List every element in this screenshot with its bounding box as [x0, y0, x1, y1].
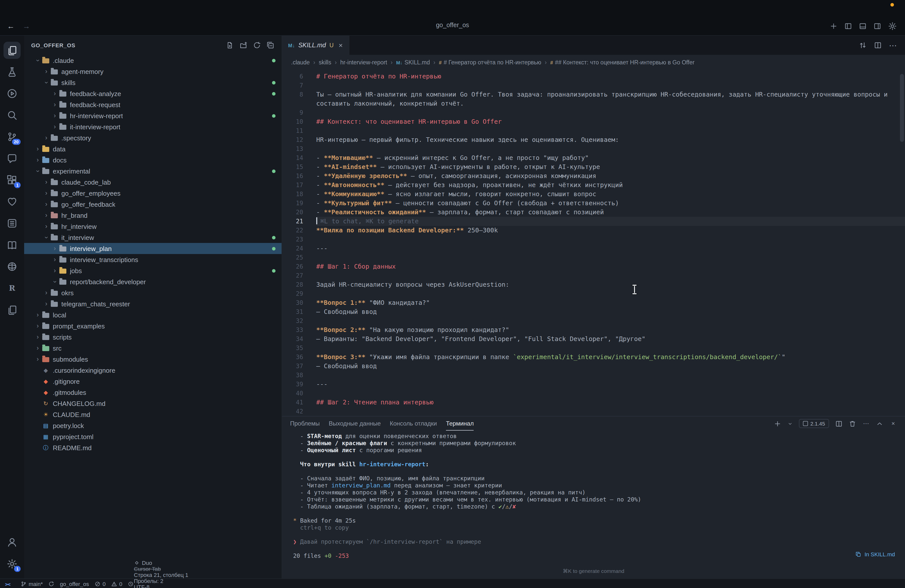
activity-item-search[interactable] — [3, 106, 21, 124]
scrollbar-thumb[interactable] — [900, 74, 904, 142]
tree-item[interactable]: ›scripts — [24, 332, 281, 343]
status-timeline[interactable] — [128, 581, 134, 587]
terminal-profile-caret-icon[interactable] — [788, 421, 793, 426]
status-indentation[interactable]: Пробелы: 2 — [134, 578, 189, 584]
tree-item[interactable]: ›hr_brand — [24, 210, 281, 221]
more-actions-icon[interactable]: ⋯ — [889, 41, 897, 49]
close-panel-icon[interactable]: × — [889, 420, 897, 427]
new-file-icon[interactable] — [226, 41, 234, 49]
new-folder-icon[interactable] — [239, 41, 248, 49]
breadcrumb-item[interactable]: ## Генератор отчёта по HR-интервью — [439, 59, 541, 65]
tree-item[interactable]: ›it_interview — [24, 232, 281, 243]
tree-item[interactable]: ›hr-interview-report — [24, 110, 281, 121]
panel-tab-Терминал[interactable]: Терминал — [446, 416, 474, 431]
activity-item-notebooks[interactable] — [3, 301, 21, 318]
activity-item-explorer[interactable] — [3, 42, 21, 59]
panel-more-icon[interactable]: ⋯ — [862, 420, 870, 427]
tree-item[interactable]: ›report/backend_developer — [24, 276, 281, 287]
status-cursor-tab[interactable]: Cursor Tab — [134, 566, 189, 572]
terminal-version-chip[interactable]: 2.1.45 — [799, 419, 829, 428]
maximize-panel-icon[interactable] — [876, 420, 883, 427]
tree-item[interactable]: ›src — [24, 343, 281, 354]
toggle-panel-icon[interactable] — [859, 22, 867, 30]
status-warnings[interactable]: 0 — [111, 581, 122, 587]
tree-item[interactable]: ›.specstory — [24, 132, 281, 143]
toggle-secondary-sidebar-icon[interactable] — [873, 22, 881, 30]
terminal[interactable]: - STAR-метод для оценки поведенческих от… — [282, 431, 905, 578]
status-errors[interactable]: 0 — [95, 581, 106, 587]
tree-item[interactable]: ›go_offer_feedback — [24, 199, 281, 210]
collapse-folders-icon[interactable] — [267, 41, 275, 49]
status-encoding[interactable]: UTF-8 — [134, 584, 189, 588]
kill-terminal-icon[interactable] — [849, 420, 856, 427]
tree-item[interactable]: ›it-interview-report — [24, 121, 281, 132]
tree-item[interactable]: ↻CHANGELOG.md — [24, 398, 281, 409]
activity-item-docs[interactable] — [3, 237, 21, 254]
tree-item[interactable]: ›feedback-request — [24, 99, 281, 110]
status-git-branch[interactable]: main* — [21, 581, 43, 587]
tree-item[interactable]: ›submodules — [24, 354, 281, 365]
tree-item[interactable]: ›data — [24, 143, 281, 154]
toggle-primary-sidebar-icon[interactable] — [844, 22, 852, 30]
tree-item[interactable]: ▦pyproject.toml — [24, 431, 281, 442]
activity-item-extensions[interactable]: 1 — [3, 172, 21, 189]
breadcrumb-item[interactable]: .claude — [291, 59, 310, 65]
activity-item-health[interactable] — [3, 193, 21, 210]
close-tab-icon[interactable]: × — [339, 41, 343, 49]
tree-item[interactable]: ›claude_code_lab — [24, 176, 281, 188]
activity-item-source-control[interactable]: 20 — [3, 128, 21, 145]
activity-item-settings[interactable]: 1 — [3, 555, 21, 572]
tree-item[interactable]: ›.claude — [24, 55, 281, 66]
tree-item[interactable]: ◆.cursorindexingignore — [24, 365, 281, 376]
status-remote-indicator[interactable]: >< — [0, 579, 15, 588]
status-workspace-name[interactable]: go_offer_os — [60, 581, 89, 587]
tree-item[interactable]: ◆.gitmodules — [24, 387, 281, 398]
terminal-context-pill[interactable]: In SKILL.md — [856, 551, 895, 557]
editor[interactable]: 6789101112131415161718192021222324252627… — [282, 70, 905, 416]
status-cursor-position[interactable]: Строка 21, столбец 1 — [134, 572, 189, 578]
activity-item-web[interactable] — [3, 258, 21, 275]
tree-item[interactable]: ›interview_plan — [24, 243, 281, 254]
tree-item[interactable]: ›jobs — [24, 265, 281, 276]
new-terminal-icon[interactable] — [774, 420, 781, 427]
split-terminal-icon[interactable] — [835, 420, 843, 427]
tree-item[interactable]: ›telegram_chats_reester — [24, 298, 281, 309]
open-changes-icon[interactable] — [859, 41, 867, 49]
breadcrumb-item[interactable]: skills — [319, 59, 331, 65]
tree-item[interactable]: ›okrs — [24, 287, 281, 298]
tree-item[interactable]: ›prompt_examples — [24, 320, 281, 332]
add-icon[interactable] — [830, 22, 838, 30]
tree-item[interactable]: ›hr_interview — [24, 221, 281, 232]
editor-scrollbar[interactable] — [899, 70, 905, 416]
split-editor-icon[interactable] — [874, 41, 882, 49]
activity-item-chat[interactable] — [3, 150, 21, 167]
breadcrumb-item[interactable]: hr-interview-report — [340, 59, 387, 65]
activity-item-run-debug[interactable] — [3, 85, 21, 102]
tree-item[interactable]: ›docs — [24, 154, 281, 165]
tree-item[interactable]: ◆.gitignore — [24, 376, 281, 387]
tree-item[interactable]: ›interview_transcriptions — [24, 254, 281, 265]
activity-item-tasks[interactable] — [3, 215, 21, 232]
settings-gear-icon[interactable] — [888, 22, 897, 31]
tree-item[interactable]: ⓘREADME.md — [24, 442, 281, 453]
tree-item[interactable]: ›feedback-analyze — [24, 88, 281, 99]
panel-tab-Выходные данные[interactable]: Выходные данные — [329, 416, 381, 431]
refresh-explorer-icon[interactable] — [253, 41, 261, 49]
tree-item[interactable]: ☀CLAUDE.md — [24, 409, 281, 420]
activity-item-accounts[interactable] — [3, 534, 21, 551]
breadcrumb-item[interactable]: M↓SKILL.md — [396, 59, 430, 65]
tree-item[interactable]: ▤poetry.lock — [24, 420, 281, 431]
tree-item[interactable]: ›experimental — [24, 165, 281, 176]
activity-item-r-tools[interactable]: R — [3, 280, 21, 297]
tree-item[interactable]: ›agent-memory — [24, 66, 281, 77]
status-sync-changes[interactable] — [48, 581, 54, 587]
breadcrumb-item[interactable]: ### Контекст: что оценивает HR-интервью … — [550, 59, 695, 65]
panel-tab-Проблемы[interactable]: Проблемы — [290, 416, 320, 431]
tree-item[interactable]: ›go_offer_employees — [24, 188, 281, 199]
tree-item[interactable]: ›skills — [24, 77, 281, 88]
tree-item[interactable]: ›local — [24, 309, 281, 320]
panel-tab-Консоль отладки[interactable]: Консоль отладки — [390, 416, 437, 431]
activity-item-testing[interactable] — [3, 64, 21, 81]
status-duo[interactable]: Duo — [134, 560, 189, 566]
tab-skill-md[interactable]: M↓ SKILL.md U × — [282, 36, 349, 55]
